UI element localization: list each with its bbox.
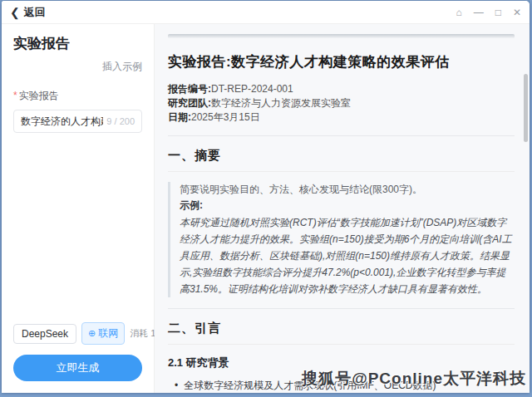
meta-research-team: 研究团队:数字经济与人力资源发展实验室 bbox=[168, 96, 515, 110]
sidebar-title: 实验报告 bbox=[13, 34, 142, 53]
field-label-text: 实验报告 bbox=[19, 90, 59, 101]
abstract-example-block: 简要说明实验目的、方法、核心发现与结论(限300字)。 示例: 本研究通过随机对… bbox=[168, 182, 515, 297]
list-item: • 全球数字经济规模及人才需求现状(引用IMF、OECD数据) bbox=[168, 379, 515, 392]
field-label: *实验报告 bbox=[13, 89, 142, 103]
example-label: 示例: bbox=[180, 198, 515, 213]
report-title: 实验报告:数字经济人才构建策略的效果评估 bbox=[168, 52, 515, 71]
meta-value: DT-REP-2024-001 bbox=[211, 83, 293, 95]
title-bar: ❮ 返回 ⌂ — □ ✕ bbox=[2, 1, 530, 24]
background-bullet-list: • 全球数字经济规模及人才需求现状(引用IMF、OECD数据) • 核心矛盾:技… bbox=[168, 379, 515, 393]
meta-label: 报告编号: bbox=[168, 83, 211, 95]
model-toolbar: DeepSeek ⊕ 联网 消耗 10 点数 bbox=[13, 322, 142, 345]
section-heading-introduction: 二、引言 bbox=[168, 321, 515, 345]
window-controls: ⌂ — □ ✕ bbox=[456, 7, 521, 17]
main-area: 实验报告 插入示例 *实验报告 数字经济的人才构建 9 / 200 DeepSe… bbox=[2, 24, 530, 393]
sidebar-spacer bbox=[13, 133, 142, 322]
network-toggle[interactable]: ⊕ 联网 bbox=[81, 322, 125, 345]
topic-input[interactable]: 数字经济的人才构建 9 / 200 bbox=[13, 110, 142, 133]
sidebar: 实验报告 插入示例 *实验报告 数字经济的人才构建 9 / 200 DeepSe… bbox=[2, 24, 155, 393]
document-preview: 实验报告:数字经济人才构建策略的效果评估 报告编号:DT-REP-2024-00… bbox=[155, 24, 530, 393]
maximize-icon[interactable]: □ bbox=[495, 7, 501, 17]
back-label: 返回 bbox=[24, 5, 46, 20]
section-separator bbox=[168, 135, 515, 136]
char-counter: 9 / 200 bbox=[106, 116, 135, 126]
required-asterisk: * bbox=[13, 90, 17, 101]
abstract-note: 简要说明实验目的、方法、核心发现与结论(限300字)。 bbox=[180, 182, 515, 198]
globe-icon: ⊕ bbox=[88, 329, 96, 338]
top-divider bbox=[168, 34, 515, 39]
meta-value: 2025年3月15日 bbox=[191, 111, 260, 123]
chevron-left-icon: ❮ bbox=[10, 7, 20, 18]
app-window: ❮ 返回 ⌂ — □ ✕ 实验报告 插入示例 *实验报告 数字经济的人才构建 9… bbox=[2, 1, 530, 393]
generate-button[interactable]: 立即生成 bbox=[13, 355, 142, 381]
example-text: 本研究通过随机对照实验(RCT)评估“数字技能加速计划”(DSAP)对区域数字经… bbox=[180, 214, 515, 297]
back-button[interactable]: ❮ 返回 bbox=[10, 5, 46, 20]
section-heading-abstract: 一、摘要 bbox=[168, 148, 515, 172]
insert-example-link[interactable]: 插入示例 bbox=[102, 60, 142, 74]
model-selector-deepseek[interactable]: DeepSeek bbox=[13, 324, 76, 344]
section-separator bbox=[168, 308, 515, 309]
meta-report-number: 报告编号:DT-REP-2024-001 bbox=[168, 82, 515, 96]
meta-label: 日期: bbox=[168, 111, 191, 123]
report-meta: 报告编号:DT-REP-2024-001 研究团队:数字经济与人力资源发展实验室… bbox=[168, 82, 515, 125]
network-toggle-label: 联网 bbox=[98, 326, 118, 341]
meta-date: 日期:2025年3月15日 bbox=[168, 110, 515, 125]
list-item-text: 全球数字经济规模及人才需求现状(引用IMF、OECD数据) bbox=[184, 379, 436, 392]
scrollbar-thumb[interactable] bbox=[524, 74, 528, 142]
close-icon[interactable]: ✕ bbox=[513, 7, 521, 17]
meta-value: 数字经济与人力资源发展实验室 bbox=[211, 97, 351, 109]
bullet-icon: • bbox=[175, 379, 178, 392]
subsection-heading-background: 2.1 研究背景 bbox=[168, 355, 515, 370]
meta-label: 研究团队: bbox=[168, 97, 211, 109]
minimize-icon[interactable]: — bbox=[474, 7, 484, 17]
topic-input-value: 数字经济的人才构建 bbox=[21, 115, 103, 129]
home-icon[interactable]: ⌂ bbox=[456, 7, 461, 17]
